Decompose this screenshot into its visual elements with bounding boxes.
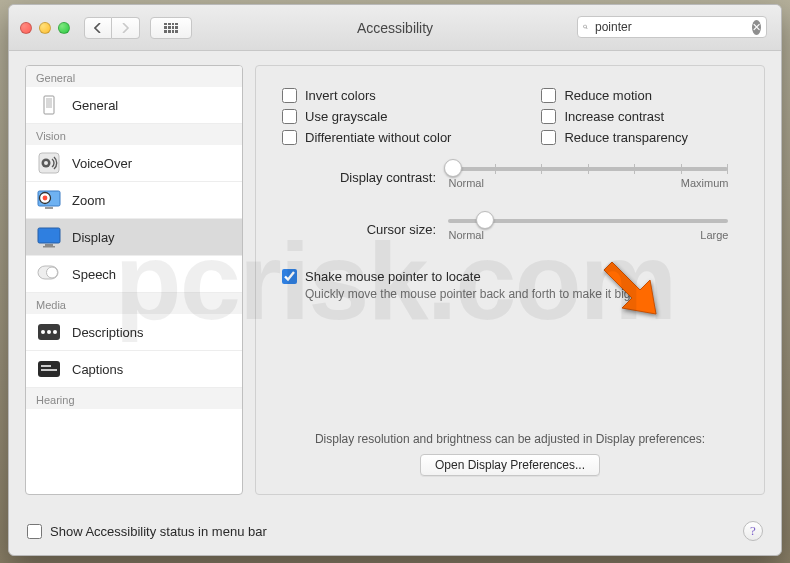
cursor-size-label: Cursor size: (282, 222, 436, 237)
sidebar-item-general[interactable]: General (26, 87, 242, 124)
voiceover-icon (36, 152, 62, 174)
svg-point-8 (43, 196, 48, 201)
clear-search-button[interactable]: ✕ (752, 20, 761, 35)
sidebar-item-descriptions[interactable]: Descriptions (26, 314, 242, 351)
sidebar-item-label: Speech (72, 267, 116, 282)
slider-max-label: Large (700, 229, 728, 241)
show-status-menubar-checkbox[interactable]: Show Accessibility status in menu bar (27, 524, 267, 539)
sidebar-item-captions[interactable]: Captions (26, 351, 242, 388)
cursor-size-row: Cursor size: NormalLarge (282, 219, 738, 241)
sidebar-group-general: General (26, 66, 242, 87)
sidebar-group-media: Media (26, 293, 242, 314)
grid-icon (164, 23, 178, 33)
search-icon (583, 21, 588, 33)
checkbox-label: Invert colors (305, 88, 376, 103)
nav-buttons (84, 17, 140, 39)
display-contrast-label: Display contrast: (282, 170, 436, 185)
shake-pointer-checkbox[interactable]: Shake mouse pointer to locate (282, 269, 738, 284)
svg-rect-9 (38, 228, 60, 243)
titlebar: Accessibility ✕ (9, 5, 781, 51)
svg-rect-11 (43, 246, 55, 248)
svg-point-13 (47, 267, 58, 278)
svg-rect-20 (41, 369, 57, 371)
minimize-window-button[interactable] (39, 22, 51, 34)
display-icon (36, 226, 62, 248)
chevron-right-icon (121, 23, 130, 33)
settings-panel: Invert colors Use grayscale Differentiat… (255, 65, 765, 495)
footer-note: Display resolution and brightness can be… (256, 432, 764, 446)
shake-pointer-help: Quickly move the mouse pointer back and … (305, 287, 738, 301)
checkbox-label: Shake mouse pointer to locate (305, 269, 481, 284)
svg-rect-6 (45, 207, 53, 209)
speech-icon (36, 263, 62, 285)
reduce-motion-checkbox[interactable]: Reduce motion (541, 88, 688, 103)
checkbox-label: Use grayscale (305, 109, 387, 124)
chevron-left-icon (94, 23, 103, 33)
cursor-size-slider[interactable]: NormalLarge (448, 219, 728, 241)
close-window-button[interactable] (20, 22, 32, 34)
slider-min-label: Normal (448, 229, 483, 241)
show-all-button[interactable] (150, 17, 192, 39)
search-field[interactable]: ✕ (577, 16, 767, 38)
sidebar-item-label: Descriptions (72, 325, 144, 340)
sidebar-item-label: VoiceOver (72, 156, 132, 171)
help-button[interactable]: ? (743, 521, 763, 541)
sidebar-item-label: Captions (72, 362, 123, 377)
slider-knob[interactable] (444, 159, 462, 177)
search-input[interactable] (593, 19, 747, 35)
svg-point-4 (44, 161, 48, 165)
general-icon (36, 94, 62, 116)
sidebar-item-speech[interactable]: Speech (26, 256, 242, 293)
forward-button[interactable] (112, 17, 140, 39)
sidebar-item-label: Zoom (72, 193, 105, 208)
sidebar-item-voiceover[interactable]: VoiceOver (26, 145, 242, 182)
svg-point-16 (47, 330, 51, 334)
slider-max-label: Maximum (681, 177, 729, 189)
invert-colors-checkbox[interactable]: Invert colors (282, 88, 451, 103)
checkbox-label: Increase contrast (564, 109, 664, 124)
slider-min-label: Normal (448, 177, 483, 189)
open-display-preferences-button[interactable]: Open Display Preferences... (420, 454, 600, 476)
sidebar-group-hearing: Hearing (26, 388, 242, 409)
svg-point-15 (41, 330, 45, 334)
checkbox-label: Reduce transparency (564, 130, 688, 145)
sidebar-item-zoom[interactable]: Zoom (26, 182, 242, 219)
increase-contrast-checkbox[interactable]: Increase contrast (541, 109, 688, 124)
checkbox-label: Differentiate without color (305, 130, 451, 145)
svg-rect-19 (41, 365, 51, 367)
svg-point-17 (53, 330, 57, 334)
differentiate-checkbox[interactable]: Differentiate without color (282, 130, 451, 145)
back-button[interactable] (84, 17, 112, 39)
checkbox-label: Show Accessibility status in menu bar (50, 524, 267, 539)
checkbox-label: Reduce motion (564, 88, 651, 103)
svg-rect-10 (45, 244, 53, 246)
zoom-window-button[interactable] (58, 22, 70, 34)
display-contrast-row: Display contrast: NormalMaximum (282, 167, 738, 189)
zoom-icon (36, 189, 62, 211)
preferences-window: Accessibility ✕ General General Vision V… (8, 4, 782, 556)
reduce-transparency-checkbox[interactable]: Reduce transparency (541, 130, 688, 145)
window-controls (20, 22, 70, 34)
slider-knob[interactable] (476, 211, 494, 229)
sidebar-item-label: Display (72, 230, 115, 245)
sidebar-group-vision: Vision (26, 124, 242, 145)
display-contrast-slider[interactable]: NormalMaximum (448, 167, 728, 189)
display-preferences-footer: Display resolution and brightness can be… (256, 432, 764, 476)
category-sidebar[interactable]: General General Vision VoiceOver Zoom Di… (25, 65, 243, 495)
sidebar-item-display[interactable]: Display (26, 219, 242, 256)
descriptions-icon (36, 321, 62, 343)
sidebar-item-label: General (72, 98, 118, 113)
captions-icon (36, 358, 62, 380)
svg-rect-1 (46, 98, 52, 108)
use-grayscale-checkbox[interactable]: Use grayscale (282, 109, 451, 124)
